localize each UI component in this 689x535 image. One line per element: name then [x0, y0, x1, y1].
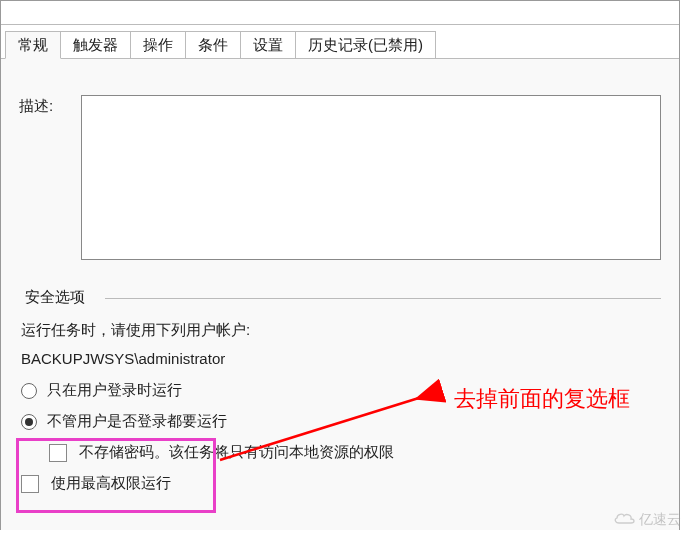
run-as-account: BACKUPJWSYS\administrator	[21, 350, 659, 367]
tab-general[interactable]: 常规	[5, 31, 61, 59]
checkbox-no-store-password[interactable]: 不存储密码。该任务将只有访问本地资源的权限	[21, 443, 659, 462]
window-titlebar-area	[1, 1, 679, 25]
group-divider	[105, 298, 661, 299]
checkbox-icon	[49, 444, 67, 462]
description-row: 描述:	[19, 95, 661, 260]
description-label: 描述:	[19, 95, 75, 116]
watermark-text: 亿速云	[639, 511, 681, 529]
checkbox-label: 使用最高权限运行	[51, 474, 171, 493]
radio-label: 只在用户登录时运行	[47, 381, 182, 400]
tab-content: 描述: 安全选项 运行任务时，请使用下列用户帐户: BACKUPJWSYS\ad…	[1, 59, 679, 515]
watermark: 亿速云	[613, 511, 681, 529]
run-as-prompt: 运行任务时，请使用下列用户帐户:	[21, 321, 659, 340]
tab-conditions[interactable]: 条件	[185, 31, 241, 58]
checkbox-icon	[21, 475, 39, 493]
radio-icon-checked	[21, 414, 37, 430]
description-textarea[interactable]	[81, 95, 661, 260]
cloud-icon	[613, 511, 637, 529]
checkbox-label: 不存储密码。该任务将只有访问本地资源的权限	[79, 443, 394, 462]
properties-panel: 常规 触发器 操作 条件 设置 历史记录(已禁用) 描述: 安全选项 运行任务时…	[0, 0, 680, 530]
tab-history[interactable]: 历史记录(已禁用)	[295, 31, 436, 58]
tab-settings[interactable]: 设置	[240, 31, 296, 58]
tab-strip: 常规 触发器 操作 条件 设置 历史记录(已禁用)	[1, 25, 679, 59]
radio-icon	[21, 383, 37, 399]
tab-actions[interactable]: 操作	[130, 31, 186, 58]
checkbox-highest-privileges[interactable]: 使用最高权限运行	[21, 474, 659, 493]
truncated-row	[19, 71, 661, 89]
radio-run-always[interactable]: 不管用户是否登录都要运行	[21, 412, 659, 431]
security-group-title: 安全选项	[21, 288, 89, 307]
tab-triggers[interactable]: 触发器	[60, 31, 131, 58]
radio-label: 不管用户是否登录都要运行	[47, 412, 227, 431]
annotation-text: 去掉前面的复选框	[454, 384, 630, 414]
